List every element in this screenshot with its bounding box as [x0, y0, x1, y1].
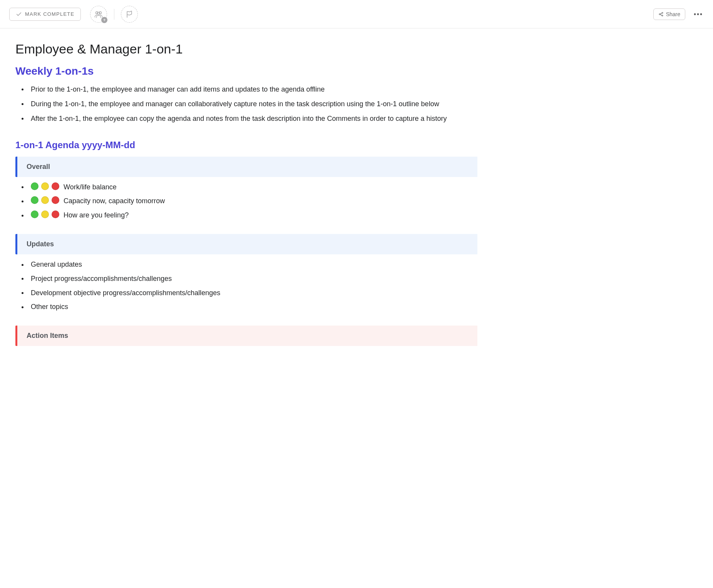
list-item: Capacity now, capacity tomorrow — [25, 195, 477, 207]
status-dot-green-icon — [31, 210, 38, 218]
svg-point-3 — [659, 13, 660, 15]
weekly-heading: Weekly 1-on-1s — [15, 65, 477, 77]
overall-list: Work/life balance Capacity now, capacity… — [15, 182, 477, 221]
list-item: Prior to the 1-on-1, the employee and ma… — [25, 84, 477, 95]
agenda-heading: 1-on-1 Agenda yyyy-MM-dd — [15, 140, 477, 150]
content-area: Employee & Manager 1-on-1 Weekly 1-on-1s… — [0, 28, 493, 374]
action-items-block-header: Action Items — [15, 326, 477, 346]
share-label: Share — [666, 11, 680, 17]
list-item: General updates — [25, 259, 477, 270]
list-item: Development objective progress/accomplis… — [25, 287, 477, 299]
status-dot-yellow-icon — [41, 210, 49, 218]
overall-item-label: How are you feeling? — [64, 211, 129, 219]
share-icon — [658, 12, 664, 17]
toolbar: MARK COMPLETE + Share — [0, 0, 713, 28]
list-item: Other topics — [25, 301, 477, 312]
updates-block-title: Updates — [27, 240, 54, 248]
mark-complete-label: MARK COMPLETE — [25, 11, 74, 17]
status-dot-yellow-icon — [41, 196, 49, 204]
svg-point-5 — [662, 15, 663, 16]
overall-block-title: Overall — [27, 163, 50, 170]
action-items-block-title: Action Items — [27, 332, 68, 339]
updates-block-header: Updates — [15, 234, 477, 254]
status-dot-red-icon — [52, 182, 59, 190]
svg-point-4 — [662, 12, 663, 13]
list-item: How are you feeling? — [25, 210, 477, 221]
status-dot-red-icon — [52, 196, 59, 204]
status-dot-yellow-icon — [41, 182, 49, 190]
more-options-button[interactable] — [692, 12, 704, 17]
add-people-button[interactable]: + — [90, 6, 107, 23]
status-dot-green-icon — [31, 182, 38, 190]
add-flag-button[interactable] — [121, 6, 138, 23]
list-item: During the 1-on-1, the employee and mana… — [25, 99, 477, 110]
weekly-bullet-list: Prior to the 1-on-1, the employee and ma… — [15, 84, 477, 124]
status-dot-red-icon — [52, 210, 59, 218]
overall-item-label: Work/life balance — [64, 183, 117, 191]
list-item: Project progress/accomplishments/challen… — [25, 273, 477, 284]
list-item: After the 1-on-1, the employee can copy … — [25, 114, 477, 124]
svg-line-7 — [660, 14, 661, 15]
mark-complete-button[interactable]: MARK COMPLETE — [9, 8, 81, 21]
overall-block-header: Overall — [15, 157, 477, 177]
svg-point-10 — [700, 13, 702, 15]
ellipsis-icon — [694, 13, 702, 15]
people-icon — [94, 10, 103, 18]
svg-line-6 — [660, 13, 661, 14]
check-icon — [16, 11, 22, 17]
list-item: Work/life balance — [25, 182, 477, 193]
flag-icon — [126, 10, 133, 18]
status-dot-green-icon — [31, 196, 38, 204]
plus-badge-icon: + — [101, 17, 107, 23]
overall-item-label: Capacity now, capacity tomorrow — [64, 197, 165, 205]
svg-point-8 — [694, 13, 696, 15]
share-button[interactable]: Share — [653, 8, 685, 20]
updates-list: General updates Project progress/accompl… — [15, 259, 477, 312]
svg-point-9 — [697, 13, 699, 15]
page-title: Employee & Manager 1-on-1 — [15, 42, 477, 57]
